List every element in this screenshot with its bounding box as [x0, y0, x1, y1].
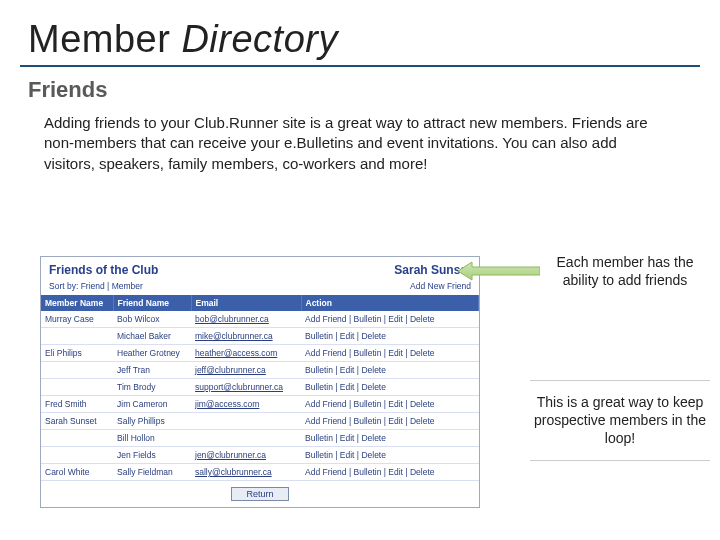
cell-member — [41, 328, 113, 345]
cell-friend: Jim Cameron — [113, 396, 191, 413]
cell-friend: Jeff Tran — [113, 362, 191, 379]
col-action: Action — [301, 295, 479, 311]
cell-action[interactable]: Bulletin | Edit | Delete — [301, 379, 479, 396]
add-new-friend-link[interactable]: Add New Friend — [410, 281, 471, 291]
cell-action[interactable]: Add Friend | Bulletin | Edit | Delete — [301, 311, 479, 328]
cell-friend: Jen Fields — [113, 447, 191, 464]
cell-email: heather@access.com — [191, 345, 301, 362]
cell-action[interactable]: Add Friend | Bulletin | Edit | Delete — [301, 464, 479, 481]
cell-action[interactable]: Bulletin | Edit | Delete — [301, 447, 479, 464]
cell-friend: Sally Phillips — [113, 413, 191, 430]
cell-friend: Heather Grotney — [113, 345, 191, 362]
email-link[interactable]: mike@clubrunner.ca — [195, 331, 273, 341]
email-link[interactable]: jeff@clubrunner.ca — [195, 365, 266, 375]
col-email: Email — [191, 295, 301, 311]
cell-action[interactable]: Add Friend | Bulletin | Edit | Delete — [301, 413, 479, 430]
cell-friend: Tim Brody — [113, 379, 191, 396]
cell-member: Eli Philips — [41, 345, 113, 362]
email-link[interactable]: support@clubrunner.ca — [195, 382, 283, 392]
cell-email: support@clubrunner.ca — [191, 379, 301, 396]
email-link[interactable]: jim@access.com — [195, 399, 259, 409]
table-row: Tim Brodysupport@clubrunner.caBulletin |… — [41, 379, 479, 396]
cell-email: sally@clubrunner.ca — [191, 464, 301, 481]
cell-member: Fred Smith — [41, 396, 113, 413]
cell-action[interactable]: Bulletin | Edit | Delete — [301, 328, 479, 345]
cell-action[interactable]: Bulletin | Edit | Delete — [301, 362, 479, 379]
cell-member — [41, 362, 113, 379]
friends-table: Member Name Friend Name Email Action Mur… — [41, 295, 479, 481]
divider — [530, 380, 710, 381]
title-plain: Member — [28, 18, 181, 60]
cell-friend: Sally Fieldman — [113, 464, 191, 481]
table-row: Carol WhiteSally Fieldmansally@clubrunne… — [41, 464, 479, 481]
cell-email: jim@access.com — [191, 396, 301, 413]
annotation-prospective-text: This is a great way to keep prospective … — [534, 394, 706, 446]
table-row: Murray CaseBob Wilcoxbob@clubrunner.caAd… — [41, 311, 479, 328]
divider — [530, 460, 710, 461]
sort-label[interactable]: Sort by: Friend | Member — [49, 281, 143, 291]
return-button[interactable]: Return — [231, 487, 288, 501]
table-row: Eli PhilipsHeather Grotneyheather@access… — [41, 345, 479, 362]
cell-email: jeff@clubrunner.ca — [191, 362, 301, 379]
panel-heading-left: Friends of the Club — [49, 263, 158, 277]
cell-friend: Bill Hollon — [113, 430, 191, 447]
annotation-add-friends: Each member has the ability to add frien… — [540, 254, 710, 289]
col-member: Member Name — [41, 295, 113, 311]
annotation-prospective: This is a great way to keep prospective … — [530, 380, 710, 461]
table-row: Jen Fieldsjen@clubrunner.caBulletin | Ed… — [41, 447, 479, 464]
email-link[interactable]: sally@clubrunner.ca — [195, 467, 272, 477]
email-link[interactable]: bob@clubrunner.ca — [195, 314, 269, 324]
table-row: Michael Bakermike@clubrunner.caBulletin … — [41, 328, 479, 345]
table-row: Bill HollonBulletin | Edit | Delete — [41, 430, 479, 447]
cell-email — [191, 413, 301, 430]
email-link[interactable]: jen@clubrunner.ca — [195, 450, 266, 460]
table-row: Sarah SunsetSally PhillipsAdd Friend | B… — [41, 413, 479, 430]
body-text: Adding friends to your Club.Runner site … — [0, 109, 720, 182]
cell-member — [41, 430, 113, 447]
page-title: Member Directory — [0, 0, 720, 65]
cell-friend: Michael Baker — [113, 328, 191, 345]
title-underline — [20, 65, 700, 67]
subtitle: Friends — [0, 77, 720, 109]
cell-action[interactable]: Add Friend | Bulletin | Edit | Delete — [301, 396, 479, 413]
cell-email: bob@clubrunner.ca — [191, 311, 301, 328]
cell-email: mike@clubrunner.ca — [191, 328, 301, 345]
cell-action[interactable]: Bulletin | Edit | Delete — [301, 430, 479, 447]
cell-email: jen@clubrunner.ca — [191, 447, 301, 464]
cell-member: Murray Case — [41, 311, 113, 328]
cell-member: Sarah Sunset — [41, 413, 113, 430]
email-link[interactable]: heather@access.com — [195, 348, 277, 358]
friends-screenshot: Friends of the Club Sarah Sunset Sort by… — [40, 256, 480, 508]
cell-member: Carol White — [41, 464, 113, 481]
panel-heading-right: Sarah Sunset — [394, 263, 471, 277]
cell-member — [41, 379, 113, 396]
title-italic: Directory — [181, 18, 338, 60]
col-friend: Friend Name — [113, 295, 191, 311]
cell-member — [41, 447, 113, 464]
table-row: Fred SmithJim Cameronjim@access.comAdd F… — [41, 396, 479, 413]
cell-email — [191, 430, 301, 447]
table-row: Jeff Tranjeff@clubrunner.caBulletin | Ed… — [41, 362, 479, 379]
cell-friend: Bob Wilcox — [113, 311, 191, 328]
cell-action[interactable]: Add Friend | Bulletin | Edit | Delete — [301, 345, 479, 362]
